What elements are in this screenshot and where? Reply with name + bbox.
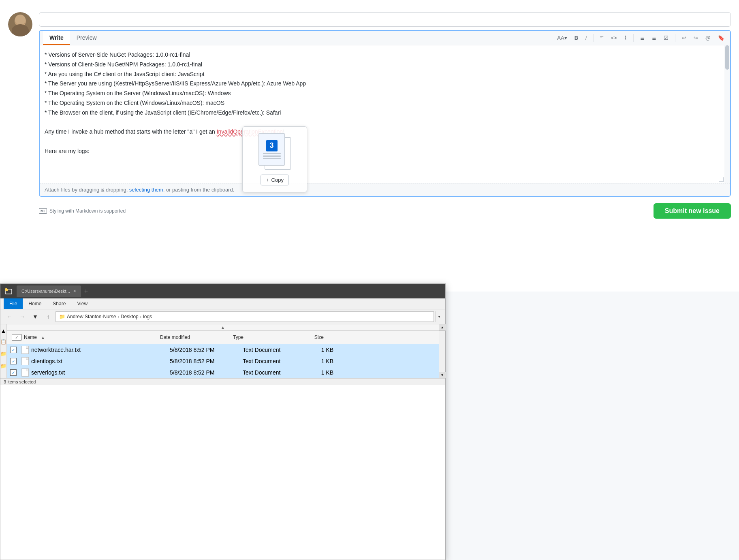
editor-line-11: Here are my logs: [45,147,720,156]
ribbon-tab-file[interactable]: File [4,298,23,309]
scrollbar-thumb[interactable] [725,45,729,70]
svg-rect-6 [5,288,7,290]
tab-preview[interactable]: Preview [70,31,103,45]
col-header-size[interactable]: Size [295,333,327,342]
sidebar-folder-1[interactable]: 📋 [0,339,6,345]
col-header-date[interactable]: Date modified [157,333,230,342]
titlebar-tab-path: C:\Users\anurse\Deskt... [21,289,70,294]
editor-line-2: * Versions of Client-Side NuGet/NPM Pack… [45,60,720,70]
file-row-2[interactable]: serverlogs.txt 5/8/2018 8:52 PM Text Doc… [7,367,439,378]
explorer-ribbon: File Home Share View [0,298,445,309]
sort-indicator-row: ▲ [7,324,439,331]
at-button[interactable]: @ [703,33,713,43]
editor-line-5: * The Operating System on the Server (Wi… [45,89,720,98]
titlebar-tab-add[interactable]: + [81,286,91,296]
svg-point-1 [11,28,29,36]
file-checkbox-0[interactable] [10,347,17,353]
up-button[interactable]: ↑ [43,311,54,322]
breadcrumb-logs[interactable]: logs [143,314,152,319]
header-checkbox[interactable]: ✓ [12,334,21,341]
heading-button[interactable]: AA▾ [555,33,569,43]
ol-button[interactable]: ≣ [649,33,659,43]
ribbon-tabs: File Home Share View [0,298,445,309]
file-date-0: 5/8/2018 8:52 PM [167,345,239,355]
col-name-label: Name [24,334,37,340]
copy-doc-line-3 [263,158,281,159]
titlebar-tab-close[interactable]: × [73,288,76,294]
scroll-down-button[interactable]: ▼ [439,372,446,378]
col-header-type[interactable]: Type [230,333,295,342]
sidebar-folder-3[interactable]: 📁 [0,363,6,369]
editor-line-4: * The Server you are using (Kestrel/Http… [45,79,720,89]
file-icon-1 [21,357,29,365]
file-list-area: ▲ ✓ Name ▲ Date modified Type Size netwo… [7,324,439,378]
editor-line-blank-2 [45,137,720,147]
editor-text-area[interactable]: * Versions of Server-Side NuGet Packages… [40,45,730,183]
scroll-up-button[interactable]: ▲ [439,324,446,331]
col-header-name[interactable]: ✓ Name ▲ [7,332,157,342]
svg-point-0 [15,15,26,27]
bookmark-button[interactable]: 🔖 [716,33,727,43]
svg-rect-3 [8,12,32,36]
breadcrumb-user[interactable]: Andrew Stanton-Nurse [67,314,116,319]
tab-write[interactable]: Write [43,31,70,45]
sort-arrow-icon: ▲ [41,335,45,340]
file-list-header: ✓ Name ▲ Date modified Type Size [7,331,439,344]
file-row-0[interactable]: networktrace.har.txt 5/8/2018 8:52 PM Te… [7,344,439,356]
address-dropdown[interactable]: ▾ [436,311,442,322]
back-button[interactable]: ← [4,311,15,322]
editor-container: Write Preview AA▾ B i “” <> ⌇ ≣ ≣ [39,30,731,197]
editor-line-7: * The Browser on the client, if using th… [45,108,720,118]
bold-button[interactable]: B [572,33,581,43]
ribbon-tab-share[interactable]: Share [47,298,71,309]
ul-button[interactable]: ≣ [638,33,647,43]
titlebar-tab-1[interactable]: C:\Users\anurse\Deskt... × [17,285,81,297]
explorer-app-icon [4,286,13,296]
ribbon-tab-home[interactable]: Home [23,298,47,309]
file-checkbox-1[interactable] [10,358,17,364]
quote-button[interactable]: “” [598,33,606,43]
link-button[interactable]: ⌇ [622,33,629,43]
tasklist-button[interactable]: ☑ [661,33,671,43]
scrollbar-track[interactable] [724,45,730,183]
explorer-toolbar: ← → ▼ ↑ 📁 Andrew Stanton-Nurse › Desktop… [0,309,445,324]
submit-button[interactable]: Submit new issue [654,203,731,219]
italic-button[interactable]: i [583,33,589,43]
copy-doc-icon: 3 [258,133,291,170]
address-bar[interactable]: 📁 Andrew Stanton-Nurse › Desktop › logs [56,311,434,322]
right-scrollbar[interactable]: ▲ ▼ [439,324,445,378]
status-text: 3 items selected [4,379,36,384]
ribbon-tab-view[interactable]: View [71,298,93,309]
left-sidebar-scroll: ▲ 📋 📁 📁 [0,324,7,378]
file-date-1: 5/8/2018 8:52 PM [167,356,239,366]
issue-title-input[interactable]: InvalidOperationException when invoking … [39,12,731,27]
redo-button[interactable]: ↪ [691,33,701,43]
file-checkbox-2[interactable] [10,369,17,376]
copy-button[interactable]: + Copy [261,175,289,185]
code-button[interactable]: <> [609,33,619,43]
sidebar-folder-icons: 📋 📁 📁 [0,339,6,369]
status-bar: 3 items selected [0,378,445,385]
copy-doc-line-1 [263,153,281,154]
undo-button[interactable]: ↩ [679,33,689,43]
explorer-titlebar: C:\Users\anurse\Deskt... × + [0,284,445,298]
file-type-0: Text Document [239,345,304,355]
resize-handle[interactable] [718,177,724,182]
dropdown-button[interactable]: ▼ [30,311,41,322]
file-type-1: Text Document [239,356,304,366]
markdown-info: M↓ Styling with Markdown is supported [39,208,126,214]
file-date-2: 5/8/2018 8:52 PM [167,368,239,377]
github-issue-form: InvalidOperationException when invoking … [0,0,739,292]
attach-text-post: , or pasting from the clipboard. [163,187,235,193]
file-name-text-1: clientlogs.txt [31,358,62,364]
toolbar-divider-1 [593,34,594,42]
attach-link[interactable]: selecting them [129,187,163,193]
form-footer: M↓ Styling with Markdown is supported Su… [39,200,731,222]
editor-line-blank-1 [45,118,720,128]
breadcrumb-desktop[interactable]: Desktop [121,314,139,319]
editor-line-9-pre: Any time I invoke a hub method that star… [45,128,217,135]
forward-button[interactable]: → [17,311,28,322]
copy-plus-icon: + [266,177,269,183]
file-row-1[interactable]: clientlogs.txt 5/8/2018 8:52 PM Text Doc… [7,356,439,367]
sidebar-folder-2[interactable]: 📁 [0,351,6,357]
